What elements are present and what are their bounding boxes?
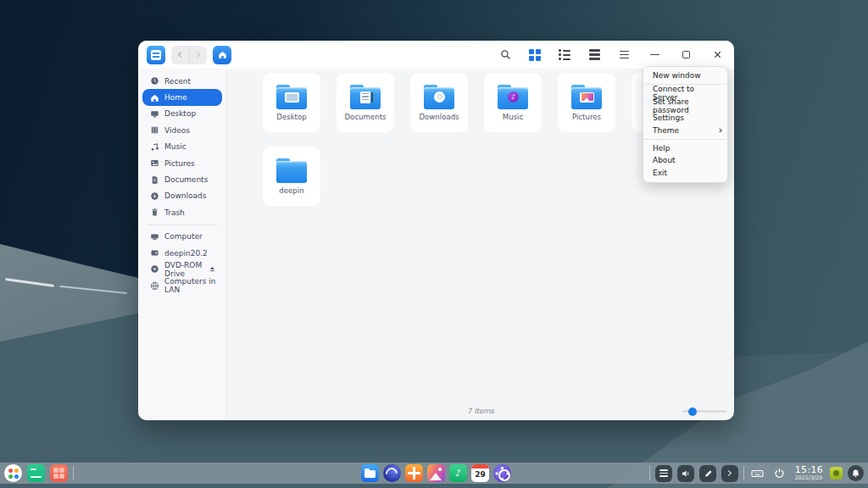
grid-view-icon: [529, 49, 541, 61]
sidebar-item-computer[interactable]: Computer: [142, 229, 222, 245]
sidebar-item-videos[interactable]: Videos: [142, 122, 222, 138]
dock-calendar-button[interactable]: 29: [471, 464, 489, 482]
eject-button[interactable]: [209, 265, 216, 273]
dock-control-center-button[interactable]: [493, 464, 511, 482]
folder-item-desktop[interactable]: Desktop: [263, 73, 320, 132]
clock-icon: [150, 76, 159, 86]
folder-item-documents[interactable]: Documents: [337, 73, 394, 132]
menu-item-set-share-password[interactable]: Set share password: [643, 99, 727, 112]
dock-terminal-button[interactable]: [27, 464, 45, 482]
sidebar-item-dvd-drive[interactable]: DVD-ROM Drive: [142, 261, 222, 277]
search-button[interactable]: [498, 47, 513, 63]
sidebar-item-label: Home: [164, 93, 187, 102]
dock-file-manager-button[interactable]: [361, 464, 379, 482]
home-crumb-button[interactable]: [213, 46, 231, 64]
dock-clock[interactable]: 15:16 2021/3/29: [795, 465, 823, 480]
menu-item-label: About: [653, 156, 676, 164]
dock-music-button[interactable]: ♪: [449, 464, 467, 482]
disc-icon: [150, 264, 159, 274]
slider-knob[interactable]: [688, 408, 697, 416]
dock-app-grid-button[interactable]: [50, 464, 68, 482]
window-menu-button[interactable]: [616, 47, 632, 63]
eject-icon: [209, 265, 216, 273]
tray-keyboard-layout-button[interactable]: [655, 465, 672, 482]
sidebar-item-trash[interactable]: Trash: [142, 204, 222, 220]
dock-separator: [743, 466, 744, 480]
sidebar-item-home[interactable]: Home: [142, 89, 222, 105]
tray-expand-button[interactable]: [721, 465, 738, 482]
menu-item-about[interactable]: About: [643, 154, 727, 167]
tray-onscreen-keyboard-button[interactable]: [749, 465, 766, 482]
tray-volume-button[interactable]: [677, 465, 694, 482]
sidebar-item-label: DVD-ROM Drive: [164, 261, 203, 278]
sidebar-item-deepin-volume[interactable]: deepin20.2: [142, 245, 222, 261]
close-icon: [713, 50, 722, 59]
navigation-buttons: [171, 46, 207, 64]
sidebar-item-label: deepin20.2: [164, 249, 208, 258]
sidebar-item-pictures[interactable]: Pictures: [142, 155, 222, 171]
keyboard-icon: [751, 469, 764, 479]
disk-icon: [150, 248, 159, 258]
monitor-icon: [150, 109, 159, 119]
sidebar-item-downloads[interactable]: Downloads: [142, 188, 222, 204]
sidebar-item-label: Downloads: [164, 191, 206, 200]
back-button[interactable]: [171, 46, 189, 64]
forward-button[interactable]: [189, 46, 208, 64]
sidebar-divider: [147, 225, 218, 225]
window-menu-dropdown: New window Connect to Server Set share p…: [643, 66, 728, 183]
notification-center-button[interactable]: [848, 465, 864, 481]
folder-icon: ♪: [497, 85, 529, 109]
sidebar-item-documents[interactable]: Documents: [142, 171, 222, 187]
icon-size-slider[interactable]: [682, 410, 726, 413]
tray-shutdown-button[interactable]: [771, 465, 788, 482]
detail-view-button[interactable]: [587, 47, 602, 63]
item-count-label: 7 items: [467, 407, 494, 415]
menu-item-label: Help: [653, 144, 670, 152]
detail-view-icon: [589, 49, 600, 61]
note-icon: [150, 142, 159, 152]
dock-app-store-button[interactable]: [405, 464, 423, 482]
close-button[interactable]: [709, 47, 726, 64]
submenu-arrow-icon: [717, 128, 722, 133]
sidebar-item-recent[interactable]: Recent: [142, 73, 222, 89]
calendar-day-label: 29: [475, 469, 486, 481]
home-icon: [218, 50, 227, 59]
menu-item-label: Theme: [653, 126, 679, 135]
folder-item-deepin[interactable]: deepin: [263, 147, 320, 206]
dock-launcher-button[interactable]: [4, 464, 22, 482]
menu-item-exit[interactable]: Exit: [643, 167, 727, 180]
maximize-button[interactable]: [677, 47, 694, 64]
sidebar-item-computers-in-lan[interactable]: Computers in LAN: [142, 278, 222, 294]
speaker-icon: [681, 469, 691, 479]
maximize-icon: [682, 51, 690, 58]
computer-icon: [150, 232, 159, 241]
tray-screen-capture-button[interactable]: [699, 465, 716, 482]
tray-app-icon[interactable]: [830, 467, 843, 480]
sidebar-item-music[interactable]: Music: [142, 139, 222, 155]
menu-item-theme[interactable]: Theme: [643, 125, 727, 137]
grid-view-button[interactable]: [527, 47, 542, 63]
list-view-button[interactable]: [557, 47, 572, 63]
list-view-icon: [559, 49, 570, 60]
sidebar: Recent Home Desktop Videos Music: [138, 69, 227, 420]
menu-item-new-window[interactable]: New window: [643, 69, 727, 82]
dock-browser-button[interactable]: [383, 464, 401, 482]
dock-image-viewer-button[interactable]: [427, 464, 445, 482]
sidebar-item-desktop[interactable]: Desktop: [142, 106, 222, 122]
folder-item-music[interactable]: ♪ Music: [484, 73, 542, 132]
titlebar[interactable]: [138, 41, 734, 69]
folder-item-pictures[interactable]: Pictures: [558, 73, 615, 132]
download-icon: [150, 191, 159, 201]
minimize-icon: [650, 54, 659, 56]
menu-item-help[interactable]: Help: [643, 141, 727, 154]
image-icon: [150, 158, 159, 168]
minimize-button[interactable]: [646, 47, 663, 64]
dock-separator: [649, 466, 650, 480]
hamburger-menu-icon: [620, 51, 629, 59]
menu-item-label: Exit: [653, 169, 667, 177]
desktop-screen: Recent Home Desktop Videos Music: [0, 0, 868, 488]
file-manager-app-icon: [147, 46, 165, 64]
chevron-right-icon: [726, 470, 732, 476]
folder-item-downloads[interactable]: Downloads: [410, 73, 468, 132]
dock: ♪ 29: [0, 463, 868, 484]
